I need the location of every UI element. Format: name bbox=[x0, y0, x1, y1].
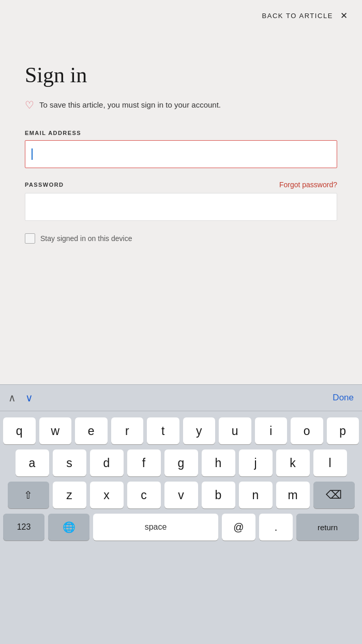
email-input[interactable] bbox=[25, 140, 337, 168]
password-label: PASSWORD bbox=[25, 182, 64, 188]
key-v[interactable]: v bbox=[164, 482, 198, 508]
email-label: EMAIL ADDRESS bbox=[25, 130, 337, 136]
info-row: ♡ To save this article, you must sign in… bbox=[25, 99, 337, 111]
nav-up-icon[interactable]: ∧ bbox=[8, 392, 16, 404]
globe-icon: 🌐 bbox=[63, 521, 76, 533]
stay-signed-row: Stay signed in on this device bbox=[25, 233, 337, 244]
key-w[interactable]: w bbox=[39, 417, 72, 444]
at-key[interactable]: @ bbox=[222, 514, 255, 541]
num-key[interactable]: 123 bbox=[3, 514, 44, 541]
key-y[interactable]: y bbox=[183, 417, 216, 444]
stay-signed-text: Stay signed in on this device bbox=[40, 234, 132, 243]
keyboard-toolbar: ∧ ∨ Done bbox=[0, 384, 362, 411]
keyboard-row-2: a s d f g h j k l bbox=[3, 450, 359, 476]
back-to-article-link[interactable]: BACK TO ARTICLE bbox=[262, 12, 333, 20]
key-d[interactable]: d bbox=[90, 450, 124, 476]
key-f[interactable]: f bbox=[127, 450, 161, 476]
main-content: Sign in ♡ To save this article, you must… bbox=[0, 32, 362, 244]
close-icon[interactable]: ✕ bbox=[340, 11, 348, 20]
sign-in-title: Sign in bbox=[25, 63, 337, 87]
return-key[interactable]: return bbox=[296, 514, 359, 541]
keyboard: q w e r t y u i o p a s d f g h j k l ⇧ … bbox=[0, 411, 362, 644]
password-input[interactable] bbox=[25, 193, 337, 221]
key-t[interactable]: t bbox=[147, 417, 179, 444]
key-n[interactable]: n bbox=[239, 482, 273, 508]
password-form-group: PASSWORD Forgot password? bbox=[25, 181, 337, 221]
key-k[interactable]: k bbox=[276, 450, 310, 476]
space-key[interactable]: space bbox=[93, 514, 218, 541]
stay-signed-checkbox[interactable] bbox=[25, 233, 35, 244]
key-x[interactable]: x bbox=[90, 482, 124, 508]
toolbar-done-button[interactable]: Done bbox=[333, 393, 354, 403]
key-q[interactable]: q bbox=[3, 417, 36, 444]
keyboard-row-3: ⇧ z x c v b n m ⌫ bbox=[3, 482, 359, 508]
toolbar-nav: ∧ ∨ bbox=[8, 392, 333, 404]
dot-key[interactable]: . bbox=[259, 514, 293, 541]
top-bar: BACK TO ARTICLE ✕ bbox=[0, 0, 362, 32]
key-e[interactable]: e bbox=[75, 417, 108, 444]
password-row: PASSWORD Forgot password? bbox=[25, 181, 337, 189]
globe-key[interactable]: 🌐 bbox=[48, 514, 89, 541]
key-s[interactable]: s bbox=[53, 450, 86, 476]
backspace-icon: ⌫ bbox=[326, 488, 342, 502]
key-p[interactable]: p bbox=[327, 417, 359, 444]
email-form-group: EMAIL ADDRESS bbox=[25, 130, 337, 168]
keyboard-row-4: 123 🌐 space @ . return bbox=[3, 514, 359, 541]
key-a[interactable]: a bbox=[16, 450, 49, 476]
key-g[interactable]: g bbox=[164, 450, 198, 476]
key-m[interactable]: m bbox=[276, 482, 310, 508]
key-r[interactable]: r bbox=[111, 417, 144, 444]
key-b[interactable]: b bbox=[202, 482, 235, 508]
key-i[interactable]: i bbox=[255, 417, 288, 444]
key-z[interactable]: z bbox=[53, 482, 86, 508]
nav-down-icon[interactable]: ∨ bbox=[25, 392, 33, 404]
key-o[interactable]: o bbox=[291, 417, 323, 444]
info-text: To save this article, you must sign in t… bbox=[39, 99, 221, 111]
key-c[interactable]: c bbox=[127, 482, 161, 508]
keyboard-row-1: q w e r t y u i o p bbox=[3, 417, 359, 444]
forgot-password-link[interactable]: Forgot password? bbox=[279, 181, 337, 189]
shift-icon: ⇧ bbox=[24, 489, 33, 501]
heart-icon: ♡ bbox=[25, 99, 34, 111]
key-j[interactable]: j bbox=[239, 450, 273, 476]
key-h[interactable]: h bbox=[202, 450, 235, 476]
key-l[interactable]: l bbox=[313, 450, 347, 476]
shift-key[interactable]: ⇧ bbox=[8, 482, 49, 508]
backspace-key[interactable]: ⌫ bbox=[313, 482, 355, 508]
key-u[interactable]: u bbox=[219, 417, 251, 444]
cursor bbox=[32, 148, 33, 160]
